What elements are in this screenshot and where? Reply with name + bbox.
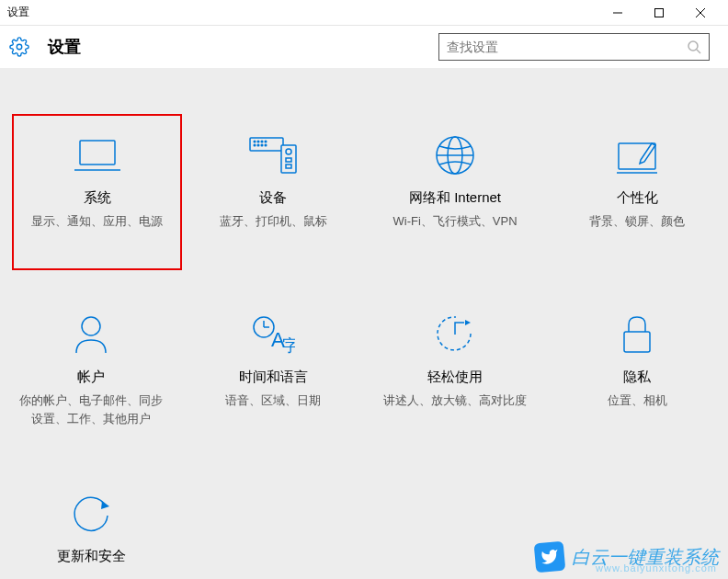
update-security-icon (71, 491, 111, 537)
settings-item-system[interactable]: 系统 显示、通知、应用、电源 (12, 114, 182, 270)
item-title: 隐私 (623, 369, 651, 386)
svg-point-5 (688, 41, 698, 51)
close-button[interactable] (679, 0, 721, 26)
search-input[interactable] (447, 40, 687, 54)
search-icon (687, 40, 701, 54)
svg-point-17 (265, 144, 267, 146)
svg-rect-7 (80, 141, 115, 165)
svg-rect-34 (624, 332, 650, 352)
settings-item-network[interactable]: 网络和 Internet Wi-Fi、飞行模式、VPN (364, 105, 546, 284)
item-title: 更新和安全 (57, 548, 126, 565)
window-title: 设置 (7, 5, 29, 20)
item-desc: Wi-Fi、飞行模式、VPN (392, 212, 517, 231)
item-desc: 显示、通知、应用、电源 (31, 212, 163, 231)
svg-marker-35 (101, 501, 109, 509)
svg-point-15 (257, 144, 259, 146)
gear-icon (9, 37, 29, 57)
svg-line-6 (697, 50, 700, 53)
page-title: 设置 (48, 36, 81, 58)
item-title: 轻松使用 (427, 369, 483, 386)
maximize-button[interactable] (638, 0, 679, 26)
item-title: 个性化 (617, 189, 658, 207)
settings-item-time-language[interactable]: A 字 时间和语言 语音、区域、日期 (182, 284, 364, 463)
item-title: 时间和语言 (239, 369, 308, 386)
svg-point-14 (254, 144, 256, 146)
titlebar: 设置 (0, 0, 728, 26)
svg-point-27 (82, 317, 100, 335)
svg-point-13 (265, 141, 267, 142)
settings-item-update-security[interactable]: 更新和安全 (0, 463, 182, 579)
header: 设置 (0, 26, 728, 68)
svg-point-16 (261, 144, 263, 146)
system-icon (74, 132, 120, 178)
network-icon (435, 132, 475, 178)
svg-marker-33 (465, 320, 471, 325)
svg-point-12 (261, 141, 263, 142)
settings-item-accounts[interactable]: 帐户 你的帐户、电子邮件、同步设置、工作、其他用户 (0, 284, 182, 463)
time-language-icon: A 字 (251, 312, 295, 358)
item-desc: 蓝牙、打印机、鼠标 (220, 212, 327, 231)
item-desc: 背景、锁屏、颜色 (589, 212, 685, 231)
item-desc: 你的帐户、电子邮件、同步设置、工作、其他用户 (17, 392, 165, 427)
watermark-url: www.baiyunxitong.com (596, 562, 717, 573)
item-title: 网络和 Internet (409, 189, 501, 207)
minimize-button[interactable] (597, 0, 638, 26)
accounts-icon (73, 312, 109, 358)
settings-item-ease-of-access[interactable]: 轻松使用 讲述人、放大镜、高对比度 (364, 284, 546, 463)
privacy-icon (620, 312, 654, 358)
item-title: 系统 (84, 189, 111, 207)
svg-text:字: 字 (282, 336, 295, 355)
settings-item-devices[interactable]: 设备 蓝牙、打印机、鼠标 (182, 105, 364, 284)
search-box[interactable] (438, 33, 710, 61)
item-title: 设备 (259, 189, 287, 207)
item-desc: 位置、相机 (608, 392, 667, 410)
item-title: 帐户 (77, 369, 105, 386)
settings-item-personalization[interactable]: 个性化 背景、锁屏、颜色 (546, 105, 728, 284)
watermark-icon (534, 541, 566, 573)
svg-point-11 (257, 141, 259, 142)
content: 系统 显示、通知、应用、电源 设备 蓝牙、打印机、鼠标 (0, 68, 728, 579)
item-desc: 讲述人、放大镜、高对比度 (383, 392, 527, 410)
devices-icon (248, 132, 298, 178)
personalization-icon (615, 132, 659, 178)
window-controls (597, 0, 721, 26)
svg-point-4 (17, 44, 22, 50)
item-desc: 语音、区域、日期 (225, 392, 321, 410)
settings-item-privacy[interactable]: 隐私 位置、相机 (546, 284, 728, 463)
ease-of-access-icon (434, 312, 476, 358)
svg-rect-1 (654, 8, 663, 17)
svg-point-10 (254, 141, 256, 142)
settings-grid: 系统 显示、通知、应用、电源 设备 蓝牙、打印机、鼠标 (0, 105, 728, 579)
